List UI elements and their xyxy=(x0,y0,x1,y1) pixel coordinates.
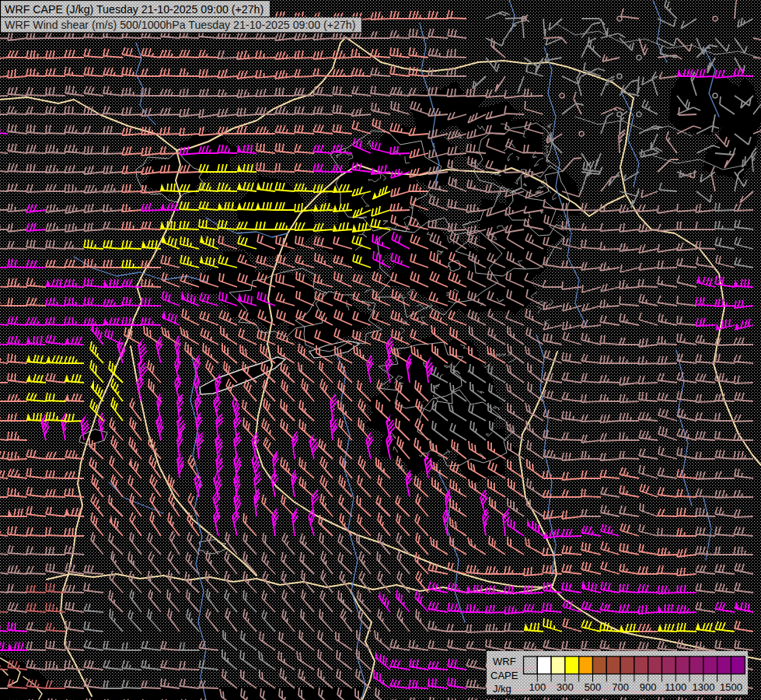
svg-text:1100: 1100 xyxy=(665,681,686,693)
svg-text:900: 900 xyxy=(640,681,657,693)
svg-text:WRF: WRF xyxy=(493,656,516,667)
svg-text:CAPE: CAPE xyxy=(490,670,518,681)
svg-text:700: 700 xyxy=(612,681,629,693)
svg-text:WRF Wind shear (m/s) 500/1000h: WRF Wind shear (m/s) 500/1000hPa Tuesday… xyxy=(5,19,356,31)
svg-text:WRF CAPE (J/kg) Tuesday 21-10-: WRF CAPE (J/kg) Tuesday 21-10-2025 09:00… xyxy=(5,3,264,16)
svg-text:300: 300 xyxy=(557,681,574,693)
svg-text:1500: 1500 xyxy=(720,681,742,693)
svg-text:J/kg: J/kg xyxy=(493,683,511,695)
svg-text:100: 100 xyxy=(529,681,546,693)
svg-text:500: 500 xyxy=(585,681,602,693)
svg-text:1300: 1300 xyxy=(692,681,714,693)
